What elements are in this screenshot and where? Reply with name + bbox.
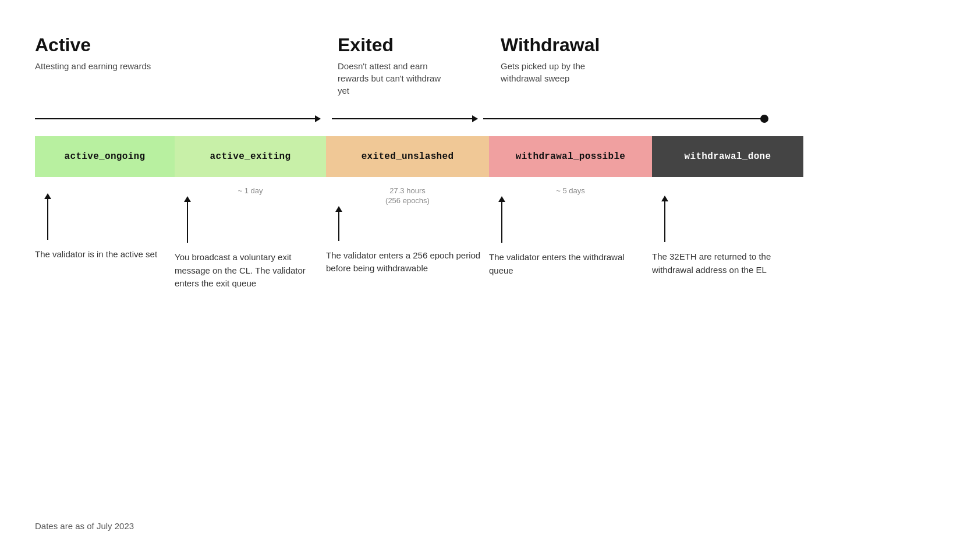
desc-exited-unslashed: The validator enters a 256 epoch period …: [326, 249, 489, 275]
desc-active-exiting: You broadcast a voluntary exit message o…: [175, 251, 326, 290]
status-active-ongoing: active_ongoing: [35, 136, 175, 177]
arrow-up-3-head: [335, 206, 342, 212]
arrow-up-5-shaft: [664, 201, 665, 242]
arrow-up-4-head: [498, 196, 505, 202]
arrow-up-2: [184, 196, 191, 243]
diagram-container: Active Attesting and earning rewards Exi…: [35, 35, 943, 537]
status-withdrawal-possible: withdrawal_possible: [489, 136, 652, 177]
status-active-exiting: active_exiting: [175, 136, 326, 177]
timeline-exited-line: [332, 118, 477, 119]
phase-withdrawal-subtitle: Gets picked up by the withdrawal sweep: [501, 60, 617, 84]
timeline-active: [35, 113, 326, 125]
status-exited-unslashed: exited_unslashed: [326, 136, 489, 177]
timeline-end-dot: [760, 115, 768, 123]
timeline-active-line: [35, 118, 320, 119]
desc-withdrawal-possible: The validator enters the withdrawal queu…: [489, 251, 652, 277]
col-withdrawal-done: The 32ETH are returned to the withdrawal…: [652, 184, 803, 277]
arrow-up-1-head: [44, 193, 51, 199]
duration-3: ~ 5 days: [489, 186, 652, 196]
arrow-up-4-shaft: [501, 202, 502, 243]
arrow-up-5-head: [661, 196, 668, 201]
arrow-up-5-container: [652, 196, 803, 242]
status-withdrawal-done: withdrawal_done: [652, 136, 803, 177]
desc-withdrawal-done: The 32ETH are returned to the withdrawal…: [652, 250, 803, 277]
col-active-ongoing: The validator is in the active set: [35, 184, 175, 261]
arrow-up-1: [44, 193, 51, 240]
arrow-up-1-container: [35, 193, 51, 240]
arrow-up-2-container: [175, 196, 326, 243]
col-withdrawal-possible: ~ 5 days The validator enters the withdr…: [489, 184, 652, 277]
timeline-withdrawal: [477, 113, 768, 125]
arrow-up-3: [335, 206, 342, 241]
arrow-up-2-shaft: [187, 202, 188, 243]
duration-1: ~ 1 day: [175, 186, 326, 196]
timeline-exited: [326, 113, 477, 125]
phase-exited-title: Exited: [338, 35, 501, 55]
desc-active-ongoing: The validator is in the active set: [35, 248, 163, 261]
phase-active-title: Active: [35, 35, 338, 55]
col-active-exiting: ~ 1 day You broadcast a voluntary exit m…: [175, 184, 326, 290]
duration-2: 27.3 hours (256 epochs): [326, 186, 489, 206]
phase-exited-subtitle: Doesn't attest and earn rewards but can'…: [338, 60, 454, 97]
footer-note: Dates are as of July 2023: [35, 521, 134, 531]
phase-exited: Exited Doesn't attest and earn rewards b…: [338, 35, 501, 97]
timeline-active-arrow: [315, 115, 321, 122]
phase-labels-row: Active Attesting and earning rewards Exi…: [35, 35, 943, 97]
timeline-row: [35, 113, 943, 125]
arrow-up-4: [498, 196, 505, 243]
phase-active-subtitle: Attesting and earning rewards: [35, 60, 151, 72]
bottom-section: The validator is in the active set ~ 1 d…: [35, 184, 943, 290]
arrow-up-5: [661, 196, 668, 242]
arrow-up-1-shaft: [47, 199, 48, 240]
phase-active: Active Attesting and earning rewards: [35, 35, 338, 72]
status-boxes-row: active_ongoing active_exiting exited_uns…: [35, 136, 943, 177]
col-exited-unslashed: 27.3 hours (256 epochs) The validator en…: [326, 184, 489, 275]
arrow-up-3-shaft: [338, 212, 339, 241]
phase-withdrawal: Withdrawal Gets picked up by the withdra…: [501, 35, 792, 84]
arrow-up-4-container: [489, 196, 652, 243]
arrow-up-3-container: [326, 206, 489, 241]
arrow-up-2-head: [184, 196, 191, 202]
timeline-withdrawal-line: [483, 118, 768, 119]
phase-withdrawal-title: Withdrawal: [501, 35, 792, 55]
